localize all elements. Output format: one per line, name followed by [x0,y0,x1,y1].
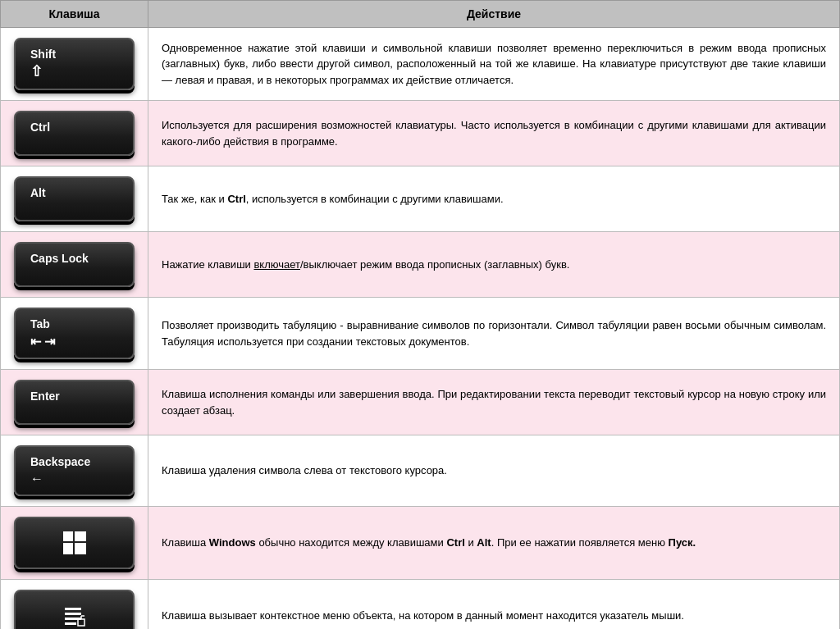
key-cell: Enter [1,370,148,435]
table-row: Клавиша вызывает контекстное меню объект… [1,580,840,630]
svg-rect-4 [65,608,81,610]
action-cell: Клавиша вызывает контекстное меню объект… [148,580,840,630]
action-cell: Позволяет производить табуляцию - выравн… [148,298,840,370]
svg-rect-3 [75,543,86,554]
action-cell: Используется для расширения возможностей… [148,101,840,166]
keyboard-table: Клавиша Действие Shift⇧Одновременное наж… [0,0,840,629]
key-button [14,590,135,629]
key-cell [1,507,148,580]
key-cell: Alt [1,166,148,232]
table-row: EnterКлавиша исполнения команды или заве… [1,370,840,435]
table-row: Backspace←Клавиша удаления символа слева… [1,435,840,507]
key-cell: Backspace← [1,435,148,507]
key-button: Alt [14,176,135,221]
action-cell: Нажатие клавиши включает/выключает режим… [148,232,840,298]
table-row: AltТак же, как и Ctrl, используется в ко… [1,166,840,232]
key-button: Ctrl [14,111,135,156]
action-cell: Клавиша Windows обычно находится между к… [148,507,840,580]
table-row: CtrlИспользуется для расширения возможно… [1,101,840,166]
key-cell: Tab⇤ ⇥ [1,298,148,370]
svg-rect-2 [63,543,73,554]
table-row: Caps LockНажатие клавиши включает/выключ… [1,232,840,298]
key-button: Backspace← [14,445,135,496]
action-cell: Клавиша удаления символа слева от тексто… [148,435,840,507]
table-row: Клавиша Windows обычно находится между к… [1,507,840,580]
svg-rect-1 [75,531,86,541]
col-key-header: Клавиша [1,1,148,28]
key-button [14,517,135,569]
action-cell: Одновременное нажатие этой клавиши и сим… [148,28,840,101]
key-cell [1,580,148,630]
svg-rect-0 [63,531,73,541]
key-button: Shift⇧ [14,38,135,90]
menu-icon [30,599,118,629]
windows-icon [30,526,118,559]
key-button: Enter [14,380,135,425]
key-button: Tab⇤ ⇥ [14,308,135,359]
key-cell: Caps Lock [1,232,148,298]
col-action-header: Действие [148,1,840,28]
table-row: Tab⇤ ⇥Позволяет производить табуляцию - … [1,298,840,370]
key-cell: Ctrl [1,101,148,166]
table-row: Shift⇧Одновременное нажатие этой клавиши… [1,28,840,101]
action-cell: Клавиша исполнения команды или завершени… [148,370,840,435]
svg-rect-8 [78,619,84,626]
svg-rect-7 [65,622,76,625]
key-button: Caps Lock [14,242,135,287]
svg-rect-5 [65,613,81,615]
action-cell: Так же, как и Ctrl, используется в комби… [148,166,840,232]
key-cell: Shift⇧ [1,28,148,101]
